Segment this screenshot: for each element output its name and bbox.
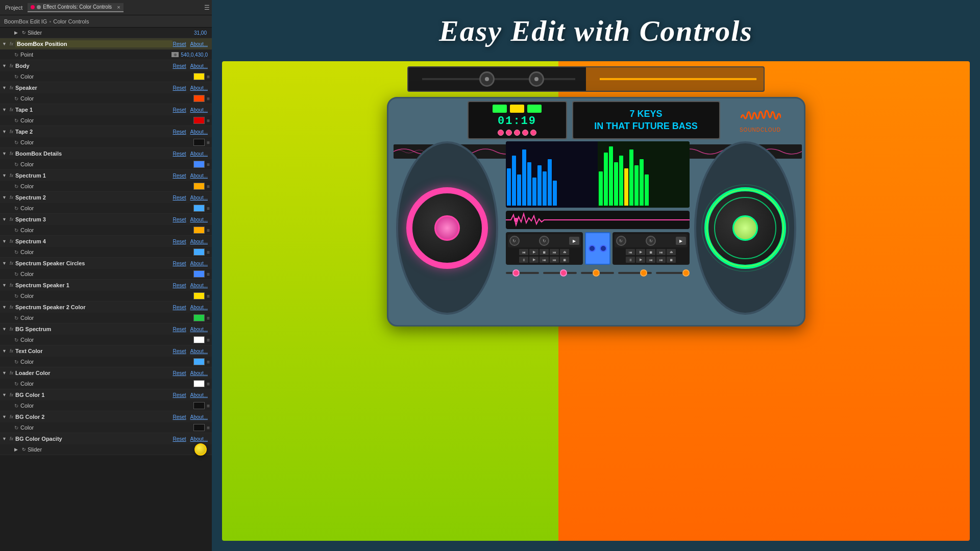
mini-btn-l5[interactable]: ⏏ (560, 249, 569, 255)
reset-btn-ss1[interactable]: Reset (173, 283, 186, 288)
effect-header-boombox-position[interactable]: ▼ fx BoomBox Position Reset About... (0, 38, 212, 49)
effect-header-spectrum1[interactable]: ▼ fx Spectrum 1 Reset About... (0, 170, 212, 181)
effect-header-spectrum-speaker1[interactable]: ▼ fx Spectrum Speaker 1 Reset About... (0, 280, 212, 291)
about-btn-loader-color[interactable]: About... (190, 370, 208, 376)
slider-top-value[interactable]: 31,00 (194, 30, 207, 36)
effect-header-spectrum4[interactable]: ▼ fx Spectrum 4 Reset About... (0, 236, 212, 247)
effect-header-bg-color1[interactable]: ▼ fx BG Color 1 Reset About... (0, 389, 212, 400)
mini-btn-r9[interactable]: ⏭ (656, 257, 666, 263)
mini-btn-l1[interactable]: ⏮ (519, 249, 528, 255)
reset-btn-loader-color[interactable]: Reset (173, 370, 186, 376)
color-swatch-loader-color[interactable] (193, 380, 205, 387)
prop-menu-loader-color[interactable]: ≡ (207, 381, 210, 387)
color-swatch-bg-color1[interactable] (193, 402, 205, 409)
reset-btn-boombox-pos[interactable]: Reset (173, 41, 186, 47)
effect-header-tape2[interactable]: ▼ fx Tape 2 Reset About... (0, 126, 212, 137)
color-swatch-bg-color2[interactable] (193, 424, 205, 431)
prop-menu-ss2[interactable]: ≡ (207, 315, 210, 321)
mini-btn-r3[interactable]: ⏹ (646, 249, 655, 255)
mini-btn-l7[interactable]: ▶ (529, 257, 538, 263)
prop-menu-ss1[interactable]: ≡ (207, 293, 210, 299)
reset-btn-spectrum4[interactable]: Reset (173, 239, 186, 244)
color-swatch-spectrum2[interactable] (193, 205, 205, 212)
point-value[interactable]: 540,0,430,0 (181, 52, 208, 58)
effect-header-spectrum3[interactable]: ▼ fx Spectrum 3 Reset About... (0, 214, 212, 225)
mini-btn-l6[interactable]: ⏸ (519, 257, 528, 263)
effect-header-bg-opacity[interactable]: ▼ fx BG Color Opacity Reset About... (0, 433, 212, 444)
about-btn-ss2[interactable]: About... (190, 305, 208, 310)
prop-menu-tape1[interactable]: ≡ (207, 118, 210, 123)
prop-menu-spectrum4[interactable]: ≡ (207, 249, 210, 255)
slider-thumb-orange-2[interactable] (640, 269, 647, 277)
slider-thumb-knob[interactable] (194, 443, 207, 456)
reset-btn-tape1[interactable]: Reset (173, 107, 186, 113)
about-btn-boombox-details[interactable]: About... (190, 151, 208, 157)
effect-header-boombox-details[interactable]: ▼ fx BoomBox Details Reset About... (0, 148, 212, 159)
mini-btn-l9[interactable]: ⏭ (550, 257, 559, 263)
effect-header-bg-spectrum[interactable]: ▼ fx BG Spectrum Reset About... (0, 323, 212, 335)
about-btn-bg-color2[interactable]: About... (190, 414, 208, 420)
mini-btn-r1[interactable]: ⏮ (626, 249, 635, 255)
color-swatch-spectrum4[interactable] (193, 248, 205, 256)
color-swatch-bg-spectrum[interactable] (193, 336, 205, 343)
reset-btn-bg-opacity[interactable]: Reset (173, 436, 186, 442)
reset-btn-bg-color2[interactable]: Reset (173, 414, 186, 420)
color-swatch-body[interactable] (193, 73, 205, 80)
about-btn-bg-spectrum[interactable]: About... (190, 327, 208, 332)
about-btn-spectrum3[interactable]: About... (190, 217, 208, 222)
color-swatch-ss1[interactable] (193, 292, 205, 299)
prop-menu-body[interactable]: ≡ (207, 74, 210, 80)
reset-btn-body[interactable]: Reset (173, 63, 186, 69)
slider-thumb-orange-1[interactable] (593, 269, 600, 277)
reset-btn-speaker[interactable]: Reset (173, 85, 186, 91)
play-btn-left[interactable]: ▶ (569, 237, 579, 245)
prop-menu-ssc[interactable]: ≡ (207, 271, 210, 277)
about-btn-spectrum2[interactable]: About... (190, 195, 208, 201)
about-btn-spectrum4[interactable]: About... (190, 239, 208, 244)
color-swatch-tape2[interactable] (193, 139, 205, 146)
reset-btn-boombox-details[interactable]: Reset (173, 151, 186, 157)
effect-header-spectrum-speaker-circles[interactable]: ▼ fx Spectrum Speaker Circles Reset Abou… (0, 258, 212, 269)
prop-menu-spectrum1[interactable]: ≡ (207, 184, 210, 189)
mini-btn-r8[interactable]: ⏮ (646, 257, 655, 263)
prop-menu-spectrum2[interactable]: ≡ (207, 206, 210, 211)
prop-menu-bg-color2[interactable]: ≡ (207, 425, 210, 431)
about-btn-text-color[interactable]: About... (190, 348, 208, 354)
effect-header-body[interactable]: ▼ fx Body Reset About... (0, 60, 212, 71)
about-btn-body[interactable]: About... (190, 63, 208, 69)
reset-btn-spectrum3[interactable]: Reset (173, 217, 186, 222)
about-btn-speaker[interactable]: About... (190, 85, 208, 91)
reset-btn-text-color[interactable]: Reset (173, 348, 186, 354)
reset-btn-ssc[interactable]: Reset (173, 261, 186, 266)
loop-btn-right2[interactable]: ↻ (646, 236, 656, 246)
effect-header-loader-color[interactable]: ▼ fx Loader Color Reset About... (0, 367, 212, 379)
prop-menu-bg-color1[interactable]: ≡ (207, 403, 210, 409)
about-btn-ssc[interactable]: About... (190, 261, 208, 266)
reset-btn-spectrum1[interactable]: Reset (173, 173, 186, 179)
color-swatch-spectrum1[interactable] (193, 183, 205, 190)
color-swatch-text-color[interactable] (193, 358, 205, 365)
prop-menu-tape2[interactable]: ≡ (207, 140, 210, 145)
about-btn-bg-opacity[interactable]: About... (190, 436, 208, 442)
reset-btn-ss2[interactable]: Reset (173, 305, 186, 310)
slider-thumb-pink-2[interactable] (560, 269, 567, 277)
prop-menu-spectrum3[interactable]: ≡ (207, 228, 210, 233)
reset-btn-tape2[interactable]: Reset (173, 129, 186, 135)
mini-btn-l8[interactable]: ⏮ (540, 257, 549, 263)
mini-btn-l4[interactable]: ⏭ (550, 249, 559, 255)
mini-btn-r2[interactable]: ▶ (636, 249, 645, 255)
panel-menu-icon[interactable]: ☰ (204, 4, 210, 11)
prop-menu-text-color[interactable]: ≡ (207, 359, 210, 365)
mini-btn-r4[interactable]: ⏭ (656, 249, 666, 255)
reset-btn-bg-color1[interactable]: Reset (173, 392, 186, 398)
slider-thumb-orange-3[interactable] (682, 269, 690, 277)
about-btn-spectrum1[interactable]: About... (190, 173, 208, 179)
mini-btn-l2[interactable]: ▶ (529, 249, 538, 255)
play-btn-right[interactable]: ▶ (676, 237, 686, 245)
color-swatch-speaker[interactable] (193, 95, 205, 102)
reset-btn-spectrum2[interactable]: Reset (173, 195, 186, 201)
effect-header-speaker[interactable]: ▼ fx Speaker Reset About... (0, 82, 212, 93)
loop-btn-left2[interactable]: ↻ (539, 236, 549, 246)
about-btn-bg-color1[interactable]: About... (190, 392, 208, 398)
effect-header-tape1[interactable]: ▼ fx Tape 1 Reset About... (0, 104, 212, 115)
